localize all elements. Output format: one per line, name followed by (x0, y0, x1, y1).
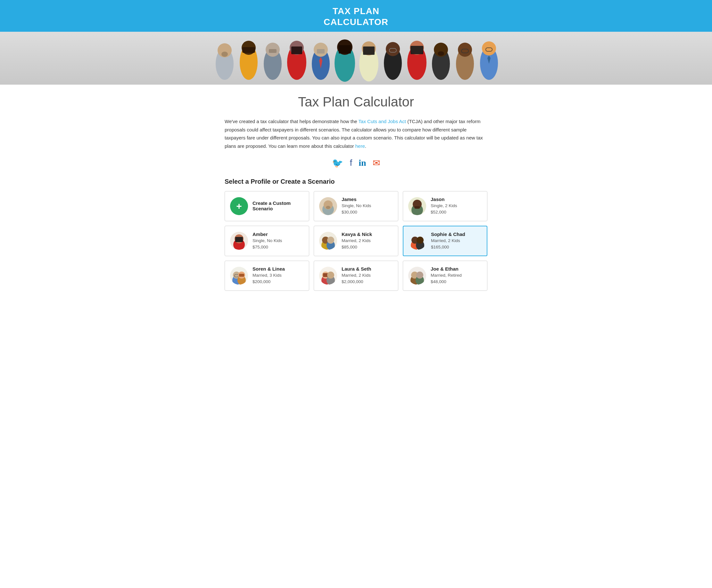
profile-name-soren-linea: Soren & Linea (253, 266, 304, 272)
profile-info-joe-ethan: Joe & Ethan Married, Retired $48,000 (431, 266, 482, 285)
profile-card-jason[interactable]: Jason Single, 2 Kids $52,000 (403, 191, 488, 221)
svg-point-40 (326, 206, 330, 209)
profile-detail2-sophie-chad: $165,000 (431, 244, 482, 250)
facebook-icon[interactable]: f (350, 158, 352, 168)
svg-rect-11 (291, 46, 302, 54)
profile-name-sophie-chad: Sophie & Chad (431, 231, 482, 237)
linkedin-icon[interactable]: in (359, 158, 366, 168)
profile-detail2-laura-seth: $2,000,000 (342, 279, 393, 285)
profile-detail2-jason: $52,000 (431, 209, 482, 215)
site-title: TAX PLAN CALCULATOR (0, 6, 712, 27)
svg-rect-14 (317, 49, 325, 54)
tcja-link[interactable]: Tax Cuts and Jobs Act (359, 119, 406, 124)
svg-rect-5 (242, 47, 255, 53)
profile-name-james: James (342, 196, 393, 202)
svg-rect-27 (410, 46, 423, 54)
svg-point-23 (386, 42, 400, 56)
email-icon[interactable]: ✉ (373, 158, 380, 168)
profile-detail1-james: Single, No Kids (342, 203, 393, 209)
profile-detail2-soren-linea: $200,000 (253, 279, 304, 285)
profile-card-laura-seth[interactable]: Laura & Seth Married, 2 Kids $2,000,000 (314, 261, 398, 291)
profile-info-sophie-chad: Sophie & Chad Married, 2 Kids $165,000 (431, 231, 482, 251)
svg-rect-8 (269, 49, 277, 53)
profile-detail1-kavya-nick: Married, 2 Kids (342, 237, 393, 244)
profile-info-james: James Single, No Kids $30,000 (342, 196, 393, 216)
svg-rect-46 (235, 237, 243, 242)
profile-detail2-kavya-nick: $85,000 (342, 244, 393, 250)
banner-illustration (212, 32, 500, 85)
profile-info-soren-linea: Soren & Linea Married, 3 Kids $200,000 (253, 266, 304, 285)
hero-banner (0, 32, 712, 85)
social-links: 🐦 f in ✉ (224, 158, 488, 168)
joe-ethan-avatar (408, 267, 426, 285)
here-link[interactable]: here (355, 143, 365, 149)
svg-point-2 (221, 51, 228, 57)
james-avatar (319, 197, 337, 215)
soren-linea-avatar (230, 267, 248, 285)
svg-rect-21 (363, 46, 374, 55)
profile-info-amber: Amber Single, No Kids $75,000 (253, 231, 304, 251)
svg-point-65 (327, 272, 334, 279)
profile-card-kavya-nick[interactable]: Kavya & Nick Married, 2 Kids $85,000 (314, 226, 398, 256)
profile-card-amber[interactable]: Amber Single, No Kids $75,000 (224, 226, 309, 256)
profile-name-custom: Create a Custom Scenario (253, 201, 304, 211)
description: We've created a tax calculator that help… (224, 117, 488, 150)
profile-detail2-amber: $75,000 (253, 244, 304, 250)
svg-rect-60 (239, 274, 244, 277)
profile-detail1-joe-ethan: Married, Retired (431, 272, 482, 279)
profile-name-kavya-nick: Kavya & Nick (342, 231, 393, 237)
profile-info-custom: Create a Custom Scenario (253, 201, 304, 212)
profile-detail1-amber: Single, No Kids (253, 237, 304, 244)
profile-detail1-laura-seth: Married, 2 Kids (342, 272, 393, 279)
profile-card-james[interactable]: James Single, No Kids $30,000 (314, 191, 398, 221)
profile-detail1-sophie-chad: Married, 2 Kids (431, 237, 482, 244)
svg-point-69 (416, 272, 423, 279)
laura-seth-avatar (319, 267, 337, 285)
svg-point-54 (416, 237, 424, 244)
jason-avatar (408, 197, 426, 215)
profile-name-laura-seth: Laura & Seth (342, 266, 393, 272)
profile-detail2-james: $30,000 (342, 209, 393, 215)
profile-info-kavya-nick: Kavya & Nick Married, 2 Kids $85,000 (342, 231, 393, 251)
svg-point-35 (482, 41, 496, 56)
profile-detail1-soren-linea: Married, 3 Kids (253, 272, 304, 279)
profile-card-joe-ethan[interactable]: Joe & Ethan Married, Retired $48,000 (403, 261, 488, 291)
profile-name-joe-ethan: Joe & Ethan (431, 266, 482, 272)
kavya-nick-avatar (319, 232, 337, 250)
svg-point-30 (438, 51, 444, 56)
header: TAX PLAN CALCULATOR (0, 0, 712, 32)
profile-card-sophie-chad[interactable]: Sophie & Chad Married, 2 Kids $165,000 (403, 226, 488, 256)
profile-detail2-joe-ethan: $48,000 (431, 279, 482, 285)
svg-rect-43 (415, 206, 420, 209)
twitter-icon[interactable]: 🐦 (332, 158, 343, 168)
profile-card-soren-linea[interactable]: Soren & Linea Married, 3 Kids $200,000 (224, 261, 309, 291)
svg-point-32 (458, 43, 472, 57)
amber-avatar (230, 232, 248, 250)
profile-name-jason: Jason (431, 196, 482, 202)
section-heading: Select a Profile or Create a Scenario (224, 178, 488, 185)
profile-detail1-jason: Single, 2 Kids (431, 203, 482, 209)
profile-info-jason: Jason Single, 2 Kids $52,000 (431, 196, 482, 216)
profile-grid: + Create a Custom Scenario James Single,… (224, 191, 488, 291)
page-title: Tax Plan Calculator (224, 94, 488, 110)
sophie-chad-avatar (409, 232, 427, 250)
svg-rect-18 (339, 45, 351, 54)
svg-point-50 (327, 237, 334, 244)
profile-name-amber: Amber (253, 231, 304, 237)
profile-card-custom[interactable]: + Create a Custom Scenario (224, 191, 309, 221)
main-content: Tax Plan Calculator We've created a tax … (212, 85, 500, 303)
profile-info-laura-seth: Laura & Seth Married, 2 Kids $2,000,000 (342, 266, 393, 285)
custom-avatar: + (230, 197, 248, 215)
